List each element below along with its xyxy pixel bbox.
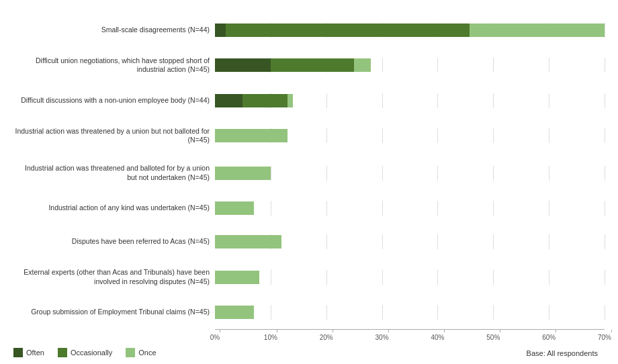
legend-item: Once	[126, 348, 156, 357]
bar-row: Group submission of Employment Tribunal …	[13, 305, 605, 320]
base-text: Base: All respondents	[527, 349, 605, 357]
x-tick-label: 40%	[431, 334, 444, 341]
bar-track	[215, 93, 605, 108]
bar-segment-once	[215, 201, 254, 215]
bar-segment-often	[215, 24, 226, 37]
bar-segment-often	[215, 58, 271, 72]
bar-segment-once	[354, 58, 371, 72]
bar-row: Difficult union negotiations, which have…	[13, 56, 605, 75]
bar-track	[215, 270, 605, 285]
bar-label: Industrial action was threatened by a un…	[13, 127, 215, 145]
bar-label: Industrial action was threatened and bal…	[13, 164, 215, 182]
bar-track	[215, 23, 605, 38]
x-tick-label: 20%	[320, 334, 333, 341]
legend-label: Occasionally	[71, 349, 112, 357]
bar-track	[215, 58, 605, 73]
bar-row: External experts (other than Acas and Tr…	[13, 268, 605, 286]
x-tick-label: 0%	[210, 334, 220, 341]
bar-row: Small-scale disagreements (N=44)	[13, 23, 605, 38]
bar-label: External experts (other than Acas and Tr…	[13, 268, 215, 286]
x-tick-label: 10%	[264, 334, 277, 341]
bar-track	[215, 201, 605, 216]
x-tick: 70%	[605, 330, 618, 341]
bar-row: Disputes have been referred to Acas (N=4…	[13, 234, 605, 249]
legend-area: OftenOccasionallyOnce	[13, 348, 157, 357]
bar-label: Group submission of Employment Tribunal …	[13, 308, 215, 317]
bar-segment-often	[215, 94, 242, 107]
x-tick-label: 30%	[376, 334, 389, 341]
chart-area: Small-scale disagreements (N=44)Difficul…	[13, 13, 605, 329]
bar-segment-once	[215, 306, 254, 319]
bar-segment-once	[215, 167, 271, 180]
bar-track	[215, 305, 605, 320]
bar-segment-once	[215, 129, 288, 142]
bar-segment-occasionally	[242, 94, 287, 107]
x-tick: 20%	[326, 330, 340, 341]
x-tick: 10%	[271, 330, 284, 341]
x-tick-label: 60%	[542, 334, 556, 341]
legend-item: Often	[13, 348, 44, 357]
legend-item: Occasionally	[58, 348, 112, 357]
bar-track	[215, 234, 605, 249]
x-tick: 0%	[215, 330, 224, 341]
bar-label: Difficult union negotiations, which have…	[13, 56, 215, 75]
bar-segment-once	[215, 235, 281, 248]
bar-segment-once	[470, 24, 605, 37]
bar-segment-occasionally	[226, 24, 470, 37]
bar-label: Difficult discussions with a non-union e…	[13, 96, 215, 105]
bar-label: Industrial action of any kind was undert…	[13, 203, 215, 213]
bottom-section: OftenOccasionallyOnce Base: All responde…	[13, 344, 605, 357]
bar-row: Difficult discussions with a non-union e…	[13, 93, 605, 108]
bar-track	[215, 166, 605, 181]
bar-track	[215, 128, 605, 143]
x-tick-label: 70%	[598, 334, 611, 341]
x-tick: 50%	[493, 330, 506, 341]
bar-label: Disputes have been referred to Acas (N=4…	[13, 237, 215, 246]
bar-row: Industrial action was threatened by a un…	[13, 127, 605, 145]
bar-row: Industrial action was threatened and bal…	[13, 164, 605, 182]
legend-swatch	[13, 348, 23, 357]
x-tick: 30%	[382, 330, 396, 341]
bar-segment-once	[288, 94, 293, 107]
legend-swatch	[58, 348, 67, 357]
x-tick: 40%	[437, 330, 451, 341]
chart-container: Small-scale disagreements (N=44)Difficul…	[0, 0, 618, 364]
bar-label: Small-scale disagreements (N=44)	[13, 26, 215, 35]
bar-row: Industrial action of any kind was undert…	[13, 201, 605, 216]
bar-segment-occasionally	[271, 58, 354, 72]
bar-segment-once	[215, 271, 259, 284]
x-tick-label: 50%	[486, 334, 500, 341]
x-axis: 0%10%20%30%40%50%60%70%	[215, 329, 605, 341]
legend-label: Once	[138, 349, 156, 357]
legend-label: Often	[26, 349, 44, 357]
x-tick: 60%	[549, 330, 562, 341]
legend-swatch	[126, 348, 135, 357]
